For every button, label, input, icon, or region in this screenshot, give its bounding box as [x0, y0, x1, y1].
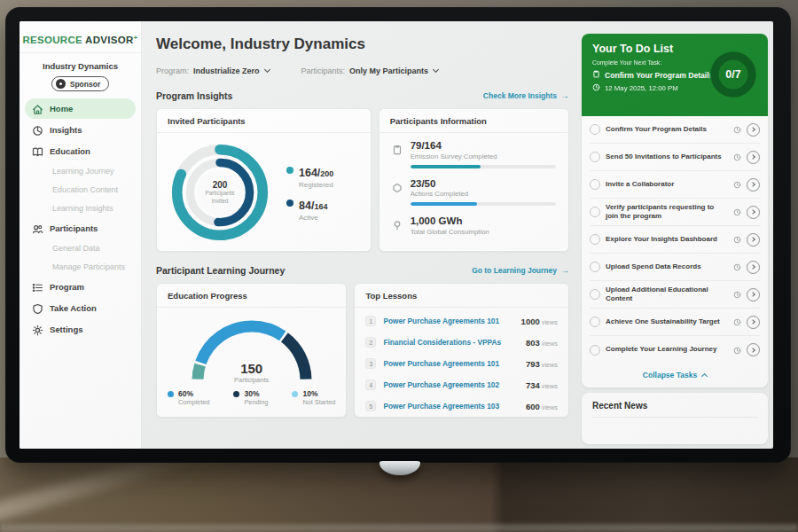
todo-task-row[interactable]: Upload Additional Educational Content: [590, 281, 760, 309]
task-go-button[interactable]: [747, 316, 760, 329]
filters-row: Program:Industrialize Zero Participants:…: [156, 61, 569, 77]
sidebar-item-participants[interactable]: Participants: [25, 218, 136, 239]
go-to-learning-journey-link[interactable]: Go to Learning Journey →: [472, 266, 569, 275]
card-title: Invited Participants: [157, 109, 371, 133]
lesson-row[interactable]: 1 Power Purchase Agreements 101 1000view…: [365, 310, 558, 332]
task-checkbox[interactable]: [590, 234, 600, 245]
participants-filter[interactable]: Participants:Only My Participants: [301, 61, 439, 77]
scene: RESOURCE ADVISOR+ Industry Dynamics Spon…: [0, 0, 798, 532]
sponsor-label: Sponsor: [70, 80, 100, 89]
floor-strip: [0, 524, 798, 532]
clock-icon: [733, 204, 741, 220]
task-go-button[interactable]: [747, 261, 760, 274]
lesson-row[interactable]: 3 Power Purchase Agreements 101 793views: [365, 353, 558, 374]
task-go-button[interactable]: [747, 151, 760, 164]
sidebar-item-education[interactable]: Education: [25, 141, 136, 161]
sidebar-item-settings[interactable]: Settings: [25, 319, 136, 340]
lesson-link[interactable]: Financial Considerations - VPPAs: [383, 338, 519, 347]
todo-task-row[interactable]: Upload Spend Data Records: [590, 254, 760, 281]
sidebar-item-education-content[interactable]: Education Content: [25, 181, 136, 199]
lesson-link[interactable]: Power Purchase Agreements 103: [383, 402, 519, 411]
card-title: Top Lessons: [355, 284, 568, 308]
clipboard-icon: [592, 70, 600, 80]
task-go-button[interactable]: [747, 206, 760, 219]
todo-task-row[interactable]: Achieve One Sustainability Target: [590, 309, 760, 336]
lesson-link[interactable]: Power Purchase Agreements 102: [383, 380, 519, 389]
collapse-tasks-link[interactable]: Collapse Tasks: [582, 364, 768, 387]
task-checkbox[interactable]: [590, 124, 600, 135]
task-go-button[interactable]: [747, 178, 760, 192]
clock-icon: [733, 259, 741, 275]
todo-task-row[interactable]: Verify participants requesting to join t…: [590, 199, 760, 226]
sidebar-item-learning-journey[interactable]: Learning Journey: [25, 162, 136, 180]
task-go-button[interactable]: [747, 288, 760, 301]
page-title: Welcome, Industry Dynamics: [156, 35, 569, 53]
lesson-row[interactable]: 4 Power Purchase Agreements 102 734views: [365, 374, 558, 395]
task-checkbox[interactable]: [590, 289, 600, 300]
lesson-row[interactable]: 2 Financial Considerations - VPPAs 803vi…: [365, 332, 558, 353]
sidebar-item-learning-insights[interactable]: Learning Insights: [25, 200, 136, 217]
brand-secondary: ADVISOR: [85, 35, 134, 45]
task-checkbox[interactable]: [590, 262, 600, 272]
sidebar-item-take-action[interactable]: Take Action: [25, 298, 136, 318]
sidebar-item-insights[interactable]: Insights: [25, 120, 136, 140]
section-title: Program Insights: [156, 90, 232, 101]
task-checkbox[interactable]: [590, 345, 600, 356]
todo-task-row[interactable]: Explore Your Insights Dashboard: [590, 226, 760, 254]
gauge-center-value: 150: [184, 362, 319, 375]
info-row-emission-survey: 79/164 Emission Survey Completed: [392, 140, 556, 168]
gear-icon: [32, 324, 43, 335]
sidebar-item-home[interactable]: Home: [25, 98, 136, 119]
learning-journey-header: Participant Learning Journey Go to Learn…: [156, 265, 569, 276]
right-panel: Your To Do List Complete Your Next Task:…: [580, 21, 773, 449]
chevron-up-icon: [701, 373, 708, 379]
todo-task-row[interactable]: Complete Your Learning Journey: [590, 336, 760, 364]
education-progress-card: Education Progress 150 Parti: [156, 283, 347, 418]
task-go-button[interactable]: [747, 343, 760, 356]
task-go-button[interactable]: [747, 123, 760, 137]
todo-task-row[interactable]: Confirm Your Program Details: [590, 116, 760, 144]
arrow-right-icon: →: [560, 91, 569, 100]
program-insights-header: Program Insights Check More Insights →: [156, 90, 569, 101]
book-icon: [32, 145, 43, 157]
program-filter[interactable]: Program:Industrialize Zero: [156, 61, 270, 77]
task-checkbox[interactable]: [590, 179, 600, 190]
insights-cards-row: Invited Participants: [156, 108, 569, 252]
sidebar-item-manage-participants[interactable]: Manage Participants: [25, 258, 136, 276]
todo-progress-count: 0/7: [708, 49, 759, 100]
lesson-link[interactable]: Power Purchase Agreements 101: [383, 317, 513, 325]
brand-logo: RESOURCE ADVISOR+: [20, 30, 141, 53]
sidebar-item-general-data[interactable]: General Data: [25, 239, 136, 257]
monitor-bezel: RESOURCE ADVISOR+ Industry Dynamics Spon…: [5, 7, 791, 463]
invited-participants-card: Invited Participants: [156, 108, 372, 252]
task-checkbox[interactable]: [590, 152, 600, 162]
todo-task-row[interactable]: Invite a Collaborator: [590, 171, 760, 199]
rank-badge: 3: [365, 358, 376, 369]
home-icon: [32, 103, 43, 114]
clock-icon: [592, 83, 600, 93]
lesson-link[interactable]: Power Purchase Agreements 101: [383, 359, 519, 368]
lesson-row[interactable]: 5 Power Purchase Agreements 103 600views: [365, 395, 558, 417]
section-title: Participant Learning Journey: [156, 265, 285, 276]
todo-task-list: Confirm Your Program Details Send 50 Inv…: [582, 116, 768, 364]
clock-icon: [733, 121, 741, 137]
card-title: Participants Information: [379, 109, 568, 133]
task-checkbox[interactable]: [590, 317, 600, 327]
insights-icon: [32, 124, 43, 136]
card-title: Education Progress: [157, 284, 346, 308]
task-checkbox[interactable]: [590, 207, 600, 217]
shield-icon: [32, 302, 43, 314]
chevron-down-icon: [433, 66, 439, 73]
clock-icon: [733, 286, 741, 302]
progress-bar: [411, 202, 556, 206]
rank-badge: 4: [365, 379, 376, 390]
task-go-button[interactable]: [747, 233, 760, 246]
dashboard-screen: RESOURCE ADVISOR+ Industry Dynamics Spon…: [20, 21, 773, 449]
rank-badge: 1: [365, 316, 376, 326]
todo-task-row[interactable]: Send 50 Invitations to Participants: [590, 144, 760, 171]
todo-card: Your To Do List Complete Your Next Task:…: [582, 34, 768, 387]
clock-icon: [733, 231, 741, 247]
check-more-insights-link[interactable]: Check More Insights →: [483, 91, 569, 100]
rank-badge: 2: [365, 337, 376, 348]
sidebar-item-program[interactable]: Program: [25, 277, 136, 297]
